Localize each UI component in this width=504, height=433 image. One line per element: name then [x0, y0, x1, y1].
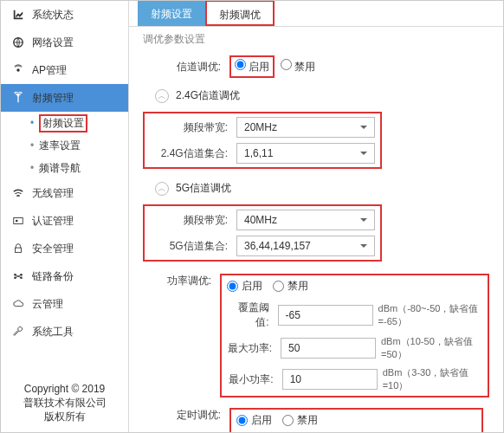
svg-point-1 — [16, 68, 20, 72]
svg-point-8 — [20, 274, 23, 276]
ap-icon — [11, 63, 25, 77]
radio-enable[interactable]: 启用 — [227, 279, 262, 294]
copyright-line: 普联技术有限公司 — [5, 396, 124, 410]
chevron-up-icon: ︿ — [155, 89, 169, 103]
radio-label: 禁用 — [294, 61, 315, 73]
group-title: 2.4G信道调优 — [176, 88, 240, 103]
select-set-5g[interactable]: 36,44,149,157 — [236, 236, 375, 256]
nav-label: 网络设置 — [32, 36, 74, 50]
nav-backup[interactable]: 链路备份 — [1, 262, 128, 290]
select-value: 40MHz — [244, 214, 277, 226]
radio-input[interactable] — [235, 59, 246, 70]
svg-rect-3 — [14, 218, 23, 224]
radio-label: 启用 — [242, 279, 262, 294]
radio-enable[interactable]: 启用 — [236, 413, 272, 428]
nav-auth[interactable]: 认证管理 — [1, 207, 128, 235]
svg-point-6 — [14, 274, 16, 276]
label-set5: 5G信道集合: — [150, 239, 236, 254]
label-pmax: 最大功率: — [227, 341, 281, 356]
wrench-icon — [11, 325, 25, 339]
label-power: 功率调优: — [143, 274, 220, 288]
cloud-icon — [11, 297, 25, 311]
label-channel: 信道调优: — [143, 60, 229, 74]
group-5g[interactable]: ︿5G信道调优 — [143, 181, 489, 196]
svg-point-2 — [17, 94, 20, 97]
copyright-line: Copyright © 2019 — [5, 382, 124, 396]
label-pmin: 最小功率: — [227, 372, 282, 387]
sub-spectrum[interactable]: 频谱导航 — [1, 157, 128, 179]
radio-disable[interactable]: 禁用 — [281, 59, 315, 74]
nav-wireless[interactable]: 无线管理 — [1, 179, 128, 207]
id-icon — [11, 214, 25, 228]
sidebar: 系统状态 网络设置 AP管理 射频管理 射频设置 速率设置 频谱导航 无线管理 … — [1, 1, 129, 432]
radio-input[interactable] — [236, 415, 248, 426]
radio-input[interactable] — [273, 281, 284, 292]
label-bandwidth: 频段带宽: — [150, 213, 236, 228]
nav-label: 云管理 — [32, 297, 63, 312]
radio-input[interactable] — [227, 281, 238, 292]
copyright: Copyright © 2019 普联技术有限公司 版权所有 — [1, 373, 128, 432]
nav-label: 安全管理 — [32, 242, 74, 256]
nav-rf[interactable]: 射频管理 — [1, 84, 128, 112]
link-icon — [11, 269, 25, 283]
sub-label: 频谱导航 — [39, 161, 81, 176]
label-bandwidth: 频段带宽: — [150, 120, 236, 135]
main-panel: 射频设置 射频调优 调优参数设置 信道调优: 启用 禁用 ︿2.4G信道调优 频… — [129, 1, 503, 432]
unit-text: dBm（-80~-50，缺省值=-65） — [378, 302, 482, 328]
section-subtitle: 调优参数设置 — [129, 27, 503, 55]
form-content: 信道调优: 启用 禁用 ︿2.4G信道调优 频段带宽: 20MHz 2.4G信道… — [129, 55, 503, 432]
input-pmax[interactable] — [281, 338, 376, 359]
radio-disable[interactable]: 禁用 — [282, 413, 318, 428]
label-set24: 2.4G信道集合: — [150, 146, 236, 161]
group-title: 5G信道调优 — [176, 181, 231, 196]
nav-security[interactable]: 安全管理 — [1, 235, 128, 262]
antenna-icon — [11, 91, 25, 105]
svg-rect-5 — [16, 248, 22, 252]
nav-tools[interactable]: 系统工具 — [1, 318, 128, 346]
radio-label: 启用 — [249, 61, 269, 73]
tab-rf-settings[interactable]: 射频设置 — [138, 1, 205, 26]
nav-label: 认证管理 — [32, 214, 74, 229]
highlight-box: 启用 禁用 日期:每天 时间: 00 : 00 : 00 (HH:MM:SS) — [229, 408, 483, 432]
svg-point-7 — [14, 276, 16, 279]
select-bw-5g[interactable]: 40MHz — [236, 210, 375, 230]
sub-rate[interactable]: 速率设置 — [1, 134, 128, 157]
unit-text: dBm（10-50，缺省值=50） — [381, 335, 482, 361]
radio-label: 禁用 — [288, 279, 308, 294]
group-24g[interactable]: ︿2.4G信道调优 — [143, 88, 489, 103]
highlight-box: 频段带宽: 40MHz 5G信道集合: 36,44,149,157 — [143, 204, 382, 262]
chevron-up-icon: ︿ — [155, 182, 169, 196]
svg-point-4 — [16, 220, 18, 223]
select-set-24g[interactable]: 1,6,11 — [236, 143, 375, 164]
svg-point-9 — [20, 276, 23, 279]
highlight-box: 启用 — [229, 55, 275, 78]
nav-label: 无线管理 — [32, 186, 74, 201]
tab-rf-optimize[interactable]: 射频调优 — [205, 1, 275, 26]
select-value: 36,44,149,157 — [244, 240, 311, 252]
radio-enable[interactable]: 启用 — [235, 59, 269, 74]
lock-icon — [11, 242, 25, 255]
nav-network[interactable]: 网络设置 — [1, 29, 128, 56]
chart-icon — [11, 8, 25, 22]
copyright-line: 版权所有 — [5, 410, 124, 423]
radio-disable[interactable]: 禁用 — [273, 279, 308, 294]
sub-rf-settings[interactable]: 射频设置 — [1, 112, 128, 134]
nav-label: 射频管理 — [32, 91, 74, 106]
input-cover[interactable] — [278, 305, 373, 326]
wifi-icon — [11, 186, 25, 200]
nav-label: 系统工具 — [32, 325, 74, 339]
select-value: 20MHz — [244, 121, 277, 133]
nav-system-status[interactable]: 系统状态 — [1, 1, 128, 29]
radio-input[interactable] — [282, 415, 294, 426]
select-value: 1,6,11 — [244, 147, 273, 159]
highlight-box: 启用 禁用 覆盖阈值:dBm（-80~-50，缺省值=-65） 最大功率:dBm… — [220, 274, 489, 397]
select-bw-24g[interactable]: 20MHz — [236, 117, 375, 138]
input-pmin[interactable] — [282, 369, 378, 390]
label-timed: 定时调优: — [143, 408, 229, 423]
nav-ap[interactable]: AP管理 — [1, 56, 128, 84]
radio-input[interactable] — [281, 59, 292, 70]
nav-cloud[interactable]: 云管理 — [1, 290, 128, 318]
sub-label: 射频设置 — [39, 114, 87, 132]
sub-label: 速率设置 — [39, 139, 81, 153]
radio-label: 禁用 — [297, 413, 318, 428]
